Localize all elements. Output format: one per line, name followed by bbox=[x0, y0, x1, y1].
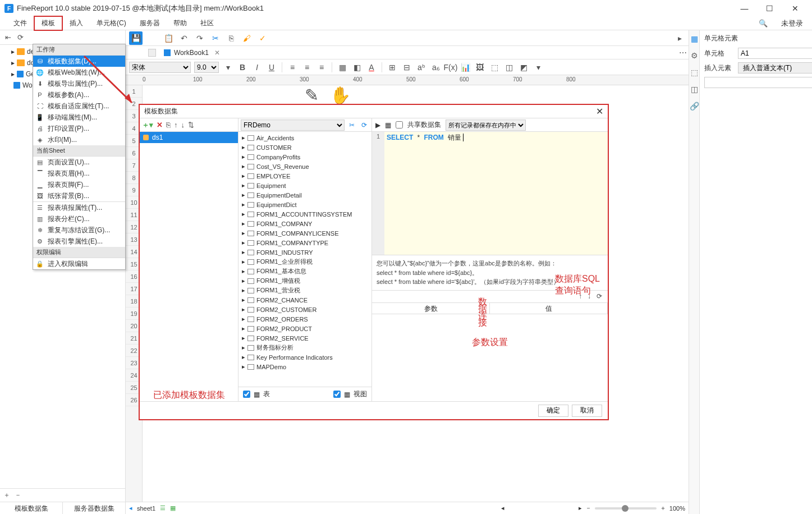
table-item[interactable]: ▸FORM2_SERVICE bbox=[240, 333, 370, 343]
align-center-button[interactable]: ≡ bbox=[301, 62, 313, 73]
border-button[interactable]: ▦ bbox=[337, 62, 348, 73]
font-color-button[interactable]: A bbox=[366, 62, 377, 73]
refresh-tables-icon[interactable]: ⟳ bbox=[359, 121, 369, 129]
tab-close-icon[interactable]: ✕ bbox=[214, 49, 220, 57]
hyperlink-icon[interactable]: 🔗 bbox=[689, 101, 699, 111]
sheet-menu-icon[interactable]: ▦ bbox=[170, 504, 176, 512]
menu-item-footer[interactable]: ▁报表页脚(F)... bbox=[33, 179, 125, 190]
table-item[interactable]: ▸FORM2_CHANCE bbox=[240, 295, 370, 305]
cell-attr-icon[interactable]: ⚙ bbox=[689, 51, 699, 61]
menu-item-fill-attr[interactable]: ☰报表填报属性(T)... bbox=[33, 202, 125, 213]
zoom-in-icon[interactable]: ＋ bbox=[660, 504, 666, 512]
table-item[interactable]: ▸FORM2_CUSTOMER bbox=[240, 305, 370, 314]
search-icon[interactable]: 🔍 bbox=[759, 19, 768, 27]
maximize-button[interactable]: ☐ bbox=[757, 0, 782, 17]
add-icon[interactable]: ＋ bbox=[3, 490, 10, 500]
table-item[interactable]: ▸Equipment bbox=[240, 181, 370, 190]
remove-icon[interactable]: － bbox=[15, 490, 21, 500]
menu-community[interactable]: 社区 bbox=[194, 17, 221, 30]
menu-cell[interactable]: 单元格(C) bbox=[90, 17, 133, 30]
grid-icon[interactable] bbox=[148, 49, 156, 57]
menu-help[interactable]: 帮助 bbox=[167, 17, 194, 30]
table-item[interactable]: ▸EMPLOYEE bbox=[240, 171, 370, 181]
menu-item-export-attr[interactable]: ⬇模板导出属性(P)... bbox=[33, 78, 125, 89]
menu-item-mobile[interactable]: 📱移动端属性(M)... bbox=[33, 112, 125, 123]
cache-select[interactable]: 所有记录都保存在内存中 bbox=[446, 120, 526, 131]
copy-dataset-icon[interactable]: ⎘ bbox=[166, 121, 171, 129]
menu-server[interactable]: 服务器 bbox=[133, 17, 167, 30]
menu-item-freeze[interactable]: ❄重复与冻结设置(G)... bbox=[33, 224, 125, 236]
move-up-icon[interactable]: ↑ bbox=[174, 121, 178, 129]
cell-ref-input[interactable] bbox=[738, 48, 812, 59]
menu-insert[interactable]: 插入 bbox=[63, 17, 90, 30]
menu-item-params[interactable]: P模板参数(A)... bbox=[33, 89, 125, 100]
menu-item-columns[interactable]: ▥报表分栏(C)... bbox=[33, 213, 125, 224]
minimize-button[interactable]: — bbox=[732, 0, 757, 17]
share-checkbox[interactable] bbox=[396, 121, 403, 128]
param-grid[interactable]: 参数设置 bbox=[372, 314, 608, 402]
cell-element-icon[interactable]: ▦ bbox=[689, 34, 699, 44]
tab-template-dataset[interactable]: 模板数据集 bbox=[0, 502, 63, 514]
table-item[interactable]: ▸FORM1_INDUSTRY bbox=[240, 247, 370, 257]
align-right-button[interactable]: ≡ bbox=[316, 62, 327, 73]
close-button[interactable]: ✕ bbox=[782, 0, 808, 17]
superscript-button[interactable]: aᵇ bbox=[416, 62, 427, 73]
remove-dataset-icon[interactable]: ✕ bbox=[157, 121, 163, 129]
size-select[interactable]: 9.0 bbox=[194, 62, 219, 73]
table-item[interactable]: ▸EquipmentDict bbox=[240, 200, 370, 209]
copy-button[interactable]: ⎘ bbox=[226, 33, 237, 44]
add-dataset-icon[interactable]: ＋▾ bbox=[142, 120, 153, 130]
table-item[interactable]: ▸FORM1_增值税 bbox=[240, 276, 370, 286]
add-sheet-icon[interactable]: ☰ bbox=[160, 504, 166, 512]
table-item[interactable]: ▸FORM1_基本信息 bbox=[240, 267, 370, 276]
menu-item-web-attr[interactable]: 🌐模板Web属性(W)... bbox=[33, 67, 125, 78]
cut-icon[interactable]: ✂ bbox=[347, 121, 357, 129]
dialog-close-icon[interactable]: ✕ bbox=[596, 106, 603, 117]
menu-item-template-dataset[interactable]: ⛁模板数据集(D)... bbox=[33, 56, 125, 67]
menu-file[interactable]: 文件 bbox=[7, 17, 34, 30]
table-item[interactable]: ▸CUSTOMER bbox=[240, 143, 370, 152]
menu-item-watermark[interactable]: ◈水印(M)... bbox=[33, 134, 125, 145]
menu-item-engine[interactable]: ⚙报表引擎属性(E)... bbox=[33, 236, 125, 247]
sheet-tab[interactable]: sheet1 bbox=[137, 505, 155, 512]
save-button[interactable]: 💾 bbox=[129, 31, 143, 45]
table-item[interactable]: ▸FORM1_营业税 bbox=[240, 286, 370, 295]
align-left-button[interactable]: ≡ bbox=[287, 62, 298, 73]
fill-color-button[interactable]: ◧ bbox=[351, 62, 363, 73]
scroll-right-icon[interactable]: ▸ bbox=[579, 504, 582, 512]
more-tabs-icon[interactable]: ⋯ bbox=[677, 47, 689, 58]
menu-item-print[interactable]: 🖨打印设置(P)... bbox=[33, 123, 125, 134]
move-down-icon[interactable]: ↓ bbox=[181, 121, 185, 129]
table-item[interactable]: ▸FORM1_企业所得税 bbox=[240, 257, 370, 267]
view-checkbox[interactable] bbox=[333, 391, 341, 398]
menu-template[interactable]: 模板 bbox=[34, 16, 63, 31]
table-item[interactable]: ▸Air_Accidents bbox=[240, 133, 370, 143]
underline-button[interactable]: U bbox=[266, 62, 277, 73]
workbook-tab[interactable]: WorkBook1 ✕ bbox=[159, 48, 224, 58]
zoom-out-icon[interactable]: － bbox=[585, 504, 591, 512]
undo-button[interactable]: ↶ bbox=[178, 33, 190, 44]
sql-settings-icon[interactable]: ▦ bbox=[385, 121, 391, 129]
login-status[interactable]: 未登录 bbox=[781, 19, 803, 29]
highlight-button[interactable]: ◩ bbox=[518, 62, 529, 73]
value-input[interactable] bbox=[704, 77, 812, 88]
menu-item-perm-edit[interactable]: 🔒进入权限编辑 bbox=[33, 258, 125, 269]
condition-button[interactable]: ◫ bbox=[503, 62, 515, 73]
table-item[interactable]: ▸CompanyProfits bbox=[240, 152, 370, 162]
collapse-icon[interactable]: ⇤ bbox=[3, 33, 12, 42]
table-item[interactable]: ▸FORM1_ACCOUNTTINGSYSTEM bbox=[240, 209, 370, 219]
font-select[interactable]: 宋体 bbox=[129, 62, 191, 73]
cut-button[interactable]: ✂ bbox=[210, 33, 221, 44]
image-button[interactable]: 🖼 bbox=[474, 62, 485, 73]
more-button[interactable]: ▾ bbox=[533, 62, 544, 73]
scroll-left-icon[interactable]: ◂ bbox=[501, 504, 504, 512]
formula-button[interactable]: F(x) bbox=[445, 62, 456, 73]
table-item[interactable]: ▸EquipmentDetail bbox=[240, 190, 370, 200]
table-item[interactable]: ▸FORM1_COMPANYLICENSE bbox=[240, 228, 370, 238]
insert-select[interactable]: 插入普通文本(T) bbox=[738, 62, 812, 74]
table-item[interactable]: ▸Key Performance Indicators bbox=[240, 352, 370, 362]
dataset-item[interactable]: ds1 bbox=[140, 132, 238, 143]
format-painter-button[interactable]: 🖌 bbox=[241, 33, 253, 44]
table-item[interactable]: ▸FORM2_ORDERS bbox=[240, 314, 370, 324]
table-item[interactable]: ▸Cost_VS_Revenue bbox=[240, 162, 370, 171]
